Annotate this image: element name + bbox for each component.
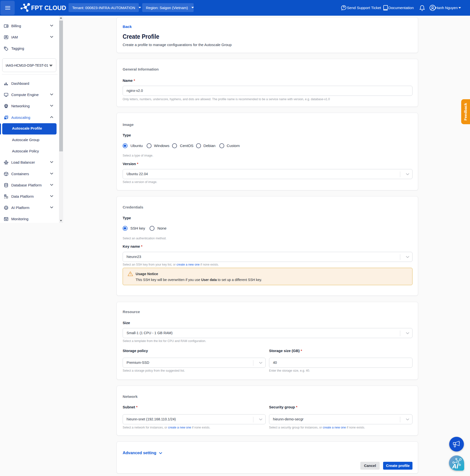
svg-text:AI: AI (5, 207, 7, 209)
svg-text:AI: AI (452, 463, 458, 469)
